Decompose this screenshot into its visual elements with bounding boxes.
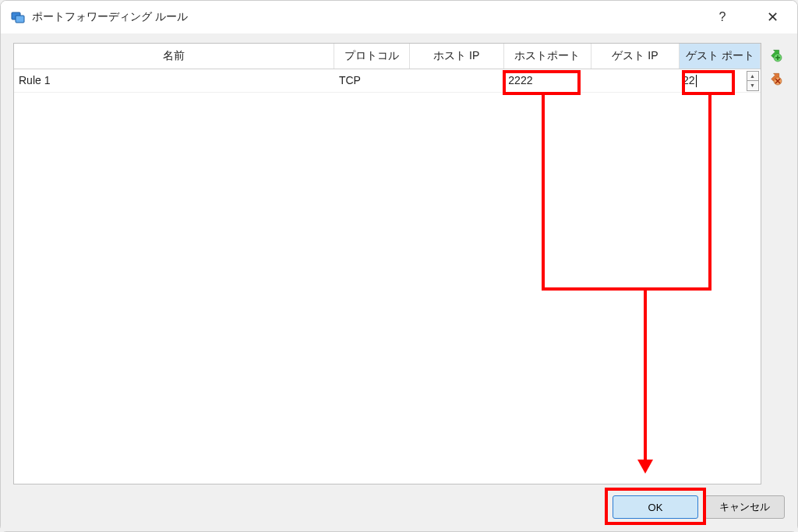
header-protocol[interactable]: プロトコル [334,44,409,69]
svg-rect-1 [16,16,24,23]
annotation-line [644,291,647,462]
window-title: ポートフォワーディング ルール [32,10,707,24]
header-host-port[interactable]: ホストポート [503,44,591,69]
header-guest-ip[interactable]: ゲスト IP [591,44,680,69]
ok-button[interactable]: OK [613,495,698,519]
annotation-line [542,287,711,291]
cancel-button[interactable]: キャンセル [704,495,785,519]
spin-up-button[interactable]: ▲ [747,72,758,82]
add-icon [767,47,782,62]
annotation-line [542,95,545,291]
cell-guest-ip[interactable] [591,69,680,92]
remove-rule-button[interactable] [766,69,783,86]
guest-port-value[interactable]: 22 [680,74,747,87]
cell-name[interactable]: Rule 1 [14,69,334,92]
remove-icon [767,70,782,86]
port-forwarding-dialog: ポートフォワーディング ルール ? ✕ 名前 プロトコル ホスト IP ホストポ… [0,0,798,532]
annotation-line [708,95,711,291]
cell-host-ip[interactable] [409,69,503,92]
header-host-ip[interactable]: ホスト IP [409,44,503,69]
dialog-buttons: OK キャンセル [13,484,785,522]
spin-down-button[interactable]: ▼ [747,81,758,90]
cell-guest-port[interactable]: 22 ▲ ▼ [680,69,761,92]
cell-protocol[interactable]: TCP [334,69,409,92]
rules-table: 名前 プロトコル ホスト IP ホストポート ゲスト IP ゲスト ポート Ru… [14,44,761,93]
titlebar: ポートフォワーディング ルール ? ✕ [1,1,797,33]
app-icon [10,9,26,25]
annotation-arrow-icon [637,460,653,474]
dialog-content: 名前 プロトコル ホスト IP ホストポート ゲスト IP ゲスト ポート Ru… [1,33,797,531]
help-button[interactable]: ? [707,10,738,24]
header-name[interactable]: 名前 [14,44,334,69]
rules-table-container: 名前 プロトコル ホスト IP ホストポート ゲスト IP ゲスト ポート Ru… [13,43,761,484]
table-row[interactable]: Rule 1 TCP 2222 22 ▲ ▼ [14,69,761,92]
header-guest-port[interactable]: ゲスト ポート [680,44,761,69]
close-button[interactable]: ✕ [757,9,788,26]
cell-host-port[interactable]: 2222 [503,69,591,92]
guest-port-spinbox[interactable]: 22 ▲ ▼ [680,69,761,93]
add-rule-button[interactable] [766,46,783,63]
